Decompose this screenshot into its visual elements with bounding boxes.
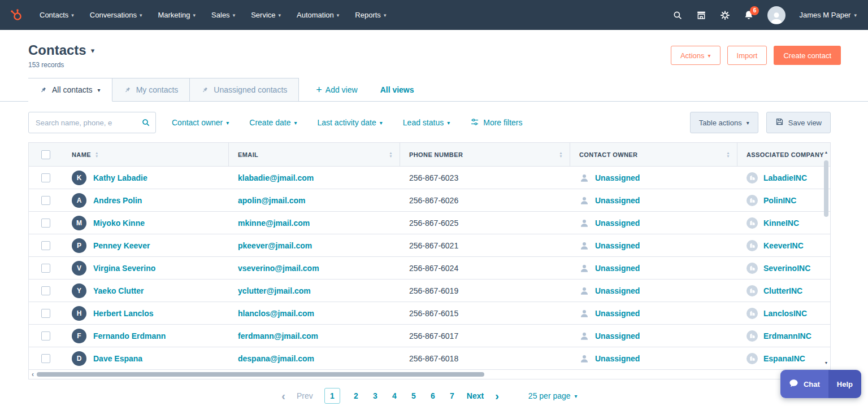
row-checkbox[interactable] [41, 331, 50, 340]
column-header-email[interactable]: EMAIL [229, 143, 400, 166]
row-checkbox[interactable] [41, 173, 50, 182]
notifications-icon[interactable]: 6 [744, 10, 754, 20]
column-header-phone[interactable]: PHONE NUMBER [400, 143, 570, 166]
table-row[interactable]: D Dave Espana despana@jmail.com 256-867-… [29, 347, 830, 370]
nav-item[interactable]: Service [243, 0, 289, 30]
scroll-down-icon[interactable] [824, 356, 828, 366]
company-link[interactable]: SeverinoINC [763, 264, 810, 273]
contact-email-link[interactable]: klabadie@jmail.com [238, 173, 314, 182]
page-number[interactable]: 2 [353, 391, 359, 400]
nav-item[interactable]: Marketing [150, 0, 203, 30]
table-row[interactable]: V Virgina Severino vseverino@jmail.com 2… [29, 257, 830, 280]
table-row[interactable]: K Kathy Labadie klabadie@jmail.com 256-8… [29, 167, 830, 189]
page-number[interactable]: 4 [391, 391, 398, 400]
prev-page-chevron-icon[interactable] [281, 390, 285, 401]
scroll-up-icon[interactable] [824, 146, 828, 156]
row-checkbox[interactable] [41, 354, 50, 363]
sort-icon[interactable] [95, 151, 99, 158]
horizontal-scrollbar[interactable] [29, 370, 830, 379]
scroll-left-icon[interactable] [32, 371, 34, 378]
contact-name-link[interactable]: Miyoko Kinne [93, 219, 145, 228]
nav-item[interactable]: Sales [203, 0, 243, 30]
company-link[interactable]: ClutterINC [763, 286, 802, 295]
contact-email-link[interactable]: pkeever@jmail.com [238, 241, 312, 250]
table-row[interactable]: F Fernando Erdmann ferdmann@jmail.com 25… [29, 325, 830, 347]
contact-owner-link[interactable]: Unassigned [595, 309, 640, 318]
contact-owner-link[interactable]: Unassigned [595, 354, 640, 363]
column-header-company[interactable]: ASSOCIATED COMPANY [737, 143, 830, 166]
page-title-dropdown[interactable]: Contacts [28, 42, 94, 58]
select-all-checkbox[interactable] [41, 150, 50, 159]
page-number[interactable]: 3 [372, 391, 379, 400]
contact-name-link[interactable]: Herbert Lanclos [93, 309, 154, 318]
sort-icon[interactable] [559, 151, 563, 158]
contact-name-link[interactable]: Virgina Severino [93, 264, 155, 273]
nav-item[interactable]: Reports [347, 0, 394, 30]
table-row[interactable]: A Andres Polin apolin@jmail.com 256-867-… [29, 189, 830, 212]
contact-owner-link[interactable]: Unassigned [595, 196, 640, 205]
filter-dropdown[interactable]: Create date [249, 118, 297, 127]
company-link[interactable]: PolinINC [763, 196, 796, 205]
chat-button[interactable]: Chat [780, 370, 828, 398]
contact-owner-link[interactable]: Unassigned [595, 264, 640, 273]
contact-email-link[interactable]: yclutter@jmail.com [238, 286, 311, 295]
row-checkbox[interactable] [41, 196, 50, 205]
nav-item[interactable]: Contacts [32, 0, 82, 30]
create-contact-button[interactable]: Create contact [774, 46, 841, 65]
page-number[interactable]: 5 [410, 391, 417, 400]
contact-name-link[interactable]: Andres Polin [93, 196, 142, 205]
search-icon[interactable] [672, 10, 683, 20]
contact-name-link[interactable]: Fernando Erdmann [93, 331, 166, 340]
contact-name-link[interactable]: Dave Espana [93, 354, 142, 363]
marketplace-icon[interactable] [696, 10, 706, 20]
settings-icon[interactable] [720, 10, 730, 20]
avatar[interactable] [767, 6, 785, 24]
contact-owner-link[interactable]: Unassigned [595, 331, 640, 340]
row-checkbox[interactable] [41, 241, 50, 250]
contact-email-link[interactable]: ferdmann@jmail.com [238, 331, 318, 340]
page-number[interactable]: 6 [429, 391, 436, 400]
view-tab[interactable]: Unassigned contacts [190, 78, 299, 102]
page-number[interactable]: 7 [449, 391, 455, 400]
vertical-scrollbar[interactable] [822, 143, 830, 369]
table-row[interactable]: Y Yaeko Clutter yclutter@jmail.com 256-8… [29, 280, 830, 302]
row-checkbox[interactable] [41, 219, 50, 228]
contact-email-link[interactable]: apolin@jmail.com [238, 196, 305, 205]
contact-email-link[interactable]: despana@jmail.com [238, 354, 314, 363]
hubspot-logo-icon[interactable] [9, 8, 24, 23]
company-link[interactable]: KinneINC [763, 219, 799, 228]
table-row[interactable]: P Penney Keever pkeever@jmail.com 256-86… [29, 234, 830, 257]
contact-email-link[interactable]: vseverino@jmail.com [238, 264, 319, 273]
save-view-button[interactable]: Save view [766, 112, 831, 133]
company-link[interactable]: KeeverINC [763, 241, 804, 250]
contact-owner-link[interactable]: Unassigned [595, 173, 640, 182]
row-checkbox[interactable] [41, 286, 50, 295]
more-filters-button[interactable]: More filters [470, 117, 522, 128]
horizontal-scroll-thumb[interactable] [37, 372, 484, 377]
column-header-owner[interactable]: CONTACT OWNER [570, 143, 737, 166]
contact-owner-link[interactable]: Unassigned [595, 241, 640, 250]
add-view-button[interactable]: Add view [316, 78, 357, 102]
company-link[interactable]: ErdmannINC [763, 331, 811, 340]
company-link[interactable]: LanclosINC [763, 309, 807, 318]
sort-icon[interactable] [726, 151, 730, 158]
nav-item[interactable]: Automation [289, 0, 347, 30]
filter-dropdown[interactable]: Last activity date [318, 118, 383, 127]
contact-email-link[interactable]: hlanclos@jmail.com [238, 309, 314, 318]
company-link[interactable]: LabadieINC [763, 173, 807, 182]
contact-email-link[interactable]: mkinne@jmail.com [238, 219, 310, 228]
contact-name-link[interactable]: Yaeko Clutter [93, 286, 144, 295]
next-page-chevron-icon[interactable] [495, 390, 499, 401]
vertical-scroll-thumb[interactable] [824, 160, 828, 217]
search-input[interactable] [28, 112, 156, 133]
view-tab[interactable]: All contacts [28, 78, 112, 102]
filter-dropdown[interactable]: Contact owner [172, 118, 229, 127]
column-header-name[interactable]: NAME [63, 143, 229, 166]
per-page-dropdown[interactable]: 25 per page [528, 391, 578, 400]
company-link[interactable]: EspanaINC [763, 354, 805, 363]
table-row[interactable]: H Herbert Lanclos hlanclos@jmail.com 256… [29, 302, 830, 325]
prev-page-button[interactable]: Prev [297, 391, 313, 400]
sort-icon[interactable] [389, 151, 393, 158]
user-menu[interactable]: James M Paper [799, 11, 857, 19]
contact-owner-link[interactable]: Unassigned [595, 219, 640, 228]
